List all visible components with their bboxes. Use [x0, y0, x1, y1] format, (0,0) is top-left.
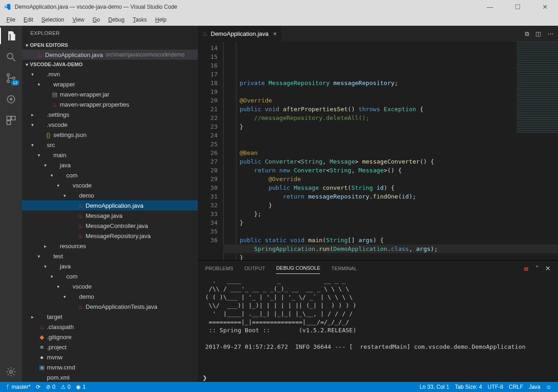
status-ln-col[interactable]: Ln 33, Col 1 — [417, 384, 452, 390]
minimap[interactable] — [517, 42, 558, 134]
tree-item-java[interactable]: ▾java — [22, 261, 198, 271]
menu-go[interactable]: Go — [89, 15, 104, 25]
explorer-tab[interactable] — [5, 29, 17, 42]
tree-item-test[interactable]: ▾test — [22, 251, 198, 261]
status-encoding[interactable]: UTF-8 — [485, 384, 506, 390]
code-area[interactable]: private MessageRepository messageReposit… — [223, 42, 558, 260]
tree-item--settings[interactable]: ▸.settings — [22, 109, 198, 119]
more-actions-icon[interactable]: ⋯ — [547, 30, 553, 37]
status-warnings[interactable]: ⚠ 0 — [58, 384, 73, 390]
statusbar: ᚶ master* ⟳ ⊘ 0 ⚠ 0 ◉ 1 Ln 33, Col 1 Tab… — [0, 382, 558, 392]
panel-filter-icon[interactable]: ≣ — [523, 265, 529, 272]
tree-item-maven-wrapper-properties[interactable]: ♨maven-wrapper.properties — [22, 99, 198, 109]
tree-item-settings-json[interactable]: {}settings.json — [22, 130, 198, 140]
java-icon: ♨ — [202, 30, 208, 37]
tree-item-src[interactable]: ▾src — [22, 140, 198, 150]
menu-debug[interactable]: Debug — [104, 15, 128, 25]
tree-item--classpath[interactable]: ♨.classpath — [22, 322, 198, 332]
scm-tab[interactable]: 12 — [5, 72, 17, 85]
status-language[interactable]: Java — [526, 384, 543, 390]
tree-item-com[interactable]: ▾com — [22, 170, 198, 180]
java-icon: ♨ — [76, 202, 85, 209]
tree-item-main[interactable]: ▾main — [22, 150, 198, 160]
svg-point-4 — [13, 77, 15, 80]
status-branch[interactable]: ᚶ master* — [4, 384, 33, 390]
status-debug[interactable]: ◉ 1 — [73, 384, 88, 390]
titlebar: DemoApplication.java — vscode-java-demo … — [0, 0, 558, 14]
menu-tasks[interactable]: Tasks — [129, 15, 151, 25]
menu-edit[interactable]: Edit — [20, 15, 37, 25]
minimize-button[interactable]: — — [481, 3, 499, 11]
tree-item-demoapplicationtests-java[interactable]: ♨DemoApplicationTests.java — [22, 301, 198, 312]
tree-item-com[interactable]: ▾com — [22, 271, 198, 281]
tree-item-mvnw[interactable]: ●mvnw — [22, 352, 198, 362]
compare-icon[interactable]: ⧉ — [525, 30, 529, 38]
tree-item-resources[interactable]: ▸resources — [22, 241, 198, 251]
open-editors-header[interactable]: ▾OPEN EDITORS — [22, 40, 198, 50]
status-tab-size[interactable]: Tab Size: 4 — [452, 384, 485, 390]
menu-file[interactable]: File — [3, 15, 19, 25]
search-tab[interactable] — [5, 51, 17, 63]
scm-badge: 12 — [11, 80, 19, 85]
panel-tab-output[interactable]: OUTPUT — [244, 263, 265, 274]
tree-item-message-java[interactable]: ♨Message.java — [22, 210, 198, 221]
tree-item--project[interactable]: ≡.project — [22, 342, 198, 352]
panel-collapse-icon[interactable]: ˄ — [535, 265, 539, 272]
status-errors[interactable]: ⊘ 0 — [43, 384, 58, 390]
java-icon: ♨ — [38, 324, 46, 330]
editor-tabs: ♨ DemoApplication.java × ⧉ ◫ ⋯ — [198, 26, 558, 42]
tree-item--vscode[interactable]: ▾.vscode — [22, 119, 198, 130]
split-editor-icon[interactable]: ◫ — [535, 30, 541, 37]
open-editor-item[interactable]: ♨ DemoApplication.java src\main\java\com… — [22, 50, 198, 60]
settings-tab[interactable] — [5, 365, 17, 378]
status-sync[interactable]: ⟳ — [33, 384, 43, 390]
tree-item-demoapplication-java[interactable]: ♨DemoApplication.java — [22, 200, 198, 210]
editor-pane[interactable]: 1415161718192021222324252627282930313233… — [198, 42, 558, 260]
cmd-icon: ▣ — [38, 364, 46, 371]
close-tab-icon[interactable]: × — [273, 30, 277, 37]
status-feedback[interactable]: ☺ — [543, 384, 554, 390]
tree-item-messagecontroller-java[interactable]: ♨MessageController.java — [22, 221, 198, 231]
svg-line-1 — [12, 58, 15, 61]
panel-close-icon[interactable]: ✕ — [545, 265, 551, 272]
file-icon: ≡ — [38, 344, 46, 351]
java-icon: ♨ — [36, 51, 44, 58]
tree-item-vscode[interactable]: ▾vscode — [22, 180, 198, 190]
activity-bar: 12 — [0, 26, 22, 382]
tree-item-demo[interactable]: ▾demo — [22, 190, 198, 200]
tree-item-target[interactable]: ▸target — [22, 312, 198, 322]
extensions-tab[interactable] — [5, 114, 17, 127]
tab-demoapplication[interactable]: ♨ DemoApplication.java × — [198, 26, 282, 42]
menubar: FileEditSelectionViewGoDebugTasksHelp — [0, 14, 558, 26]
tree-item--mvn[interactable]: ▾.mvn — [22, 69, 198, 79]
tree-item-messagerepository-java[interactable]: ♨MessageRepository.java — [22, 231, 198, 241]
file-tree: ▾.mvn▾wrapper▤maven-wrapper.jar♨maven-wr… — [22, 69, 198, 382]
tree-item-maven-wrapper-jar[interactable]: ▤maven-wrapper.jar — [22, 89, 198, 99]
svg-rect-9 — [7, 121, 11, 125]
workspace-header[interactable]: ▾VSCODE-JAVA-DEMO — [22, 60, 198, 69]
status-eol[interactable]: CRLF — [506, 384, 526, 390]
tree-item-demo[interactable]: ▾demo — [22, 291, 198, 301]
menu-view[interactable]: View — [69, 15, 88, 25]
tree-item--gitignore[interactable]: ◆.gitignore — [22, 332, 198, 342]
menu-selection[interactable]: Selection — [38, 15, 68, 25]
svg-point-10 — [10, 370, 12, 373]
panel-tab-debug-console[interactable]: DEBUG CONSOLE — [276, 262, 320, 274]
tree-item-vscode[interactable]: ▾vscode — [22, 281, 198, 291]
java-icon: ♨ — [76, 233, 85, 239]
debug-console-input[interactable]: ❯ — [198, 374, 558, 382]
tree-item-java[interactable]: ▾java — [22, 160, 198, 170]
debug-tab[interactable] — [5, 93, 17, 106]
svg-point-6 — [10, 98, 12, 101]
maximize-button[interactable]: ☐ — [508, 3, 527, 11]
panel-tab-problems[interactable]: PROBLEMS — [205, 263, 233, 274]
menu-help[interactable]: Help — [151, 15, 170, 25]
panel-tab-terminal[interactable]: TERMINAL — [331, 263, 357, 274]
vscode-logo-icon — [4, 3, 11, 11]
tree-item-wrapper[interactable]: ▾wrapper — [22, 79, 198, 89]
tree-item-mvnw-cmd[interactable]: ▣mvnw.cmd — [22, 362, 198, 372]
close-button[interactable]: ✕ — [536, 3, 554, 11]
debug-console-output[interactable]: . ____ _ __ _ _ /\\ / ___'_ __ _ _(_)_ _… — [198, 274, 558, 374]
window-title: DemoApplication.java — vscode-java-demo … — [15, 4, 481, 10]
tree-item-pom-xml[interactable]: pom.xml — [22, 372, 198, 382]
